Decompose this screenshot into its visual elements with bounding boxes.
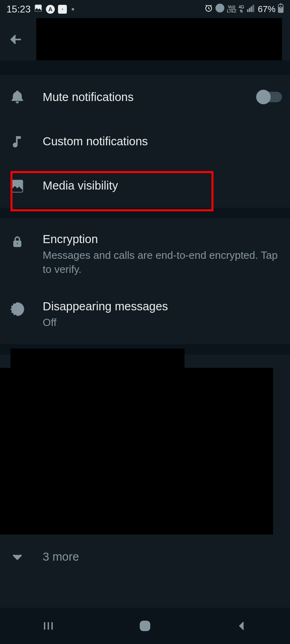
encryption-label: Encryption [43, 233, 282, 246]
chevron-down-icon [8, 547, 27, 566]
svg-rect-10 [280, 4, 282, 4]
svg-rect-6 [249, 8, 250, 12]
disappearing-row[interactable]: Disappearing messages Off [0, 288, 290, 344]
music-note-icon [8, 132, 27, 151]
back-button[interactable] [8, 31, 24, 47]
svg-rect-8 [253, 5, 254, 12]
svg-rect-7 [251, 6, 252, 12]
media-visibility-row[interactable]: Media visibility [0, 163, 290, 208]
clock: 15:23 [6, 4, 31, 15]
bell-icon [8, 88, 27, 106]
encryption-row[interactable]: Encryption Messages and calls are end-to… [0, 218, 290, 288]
more-row[interactable]: 3 more [0, 535, 290, 579]
signal-icon [246, 4, 255, 15]
disappearing-label: Disappearing messages [43, 300, 282, 313]
mute-toggle[interactable] [258, 92, 282, 102]
svg-rect-5 [247, 9, 249, 11]
picture-icon [34, 4, 43, 15]
svg-rect-15 [141, 621, 150, 631]
recents-button[interactable] [28, 616, 68, 636]
custom-label: Custom notifications [43, 135, 282, 148]
redacted-section-body [0, 368, 273, 535]
data-icon: 4G⇅ [239, 5, 244, 13]
app-icon-1: A [46, 5, 55, 14]
redacted-title [36, 18, 282, 60]
status-bar: 15:23 A · Vo))LTE2 4G⇅ 67% [0, 0, 290, 18]
more-label: 3 more [43, 550, 282, 564]
redacted-section-header [10, 349, 184, 368]
battery-text: 67% [258, 4, 276, 14]
lock-icon [8, 233, 27, 251]
mute-label: Mute notifications [43, 91, 242, 104]
home-button[interactable] [125, 616, 165, 636]
timer-icon [8, 300, 27, 318]
svg-point-14 [17, 243, 18, 244]
disappearing-sub: Off [43, 316, 282, 330]
media-label: Media visibility [43, 179, 282, 192]
hotspot-icon [215, 4, 224, 15]
image-icon [8, 176, 27, 195]
alarm-icon [204, 4, 213, 15]
app-header [0, 18, 290, 60]
volte-icon: Vo))LTE2 [227, 5, 236, 13]
app-icon-2: · [58, 5, 67, 14]
battery-icon [278, 3, 284, 15]
custom-notifications-row[interactable]: Custom notifications [0, 119, 290, 163]
nav-bar [0, 608, 290, 644]
encryption-sub: Messages and calls are end-to-end encryp… [43, 248, 282, 277]
svg-point-4 [216, 4, 224, 12]
nav-back-button[interactable] [222, 616, 262, 636]
mute-notifications-row[interactable]: Mute notifications [0, 75, 290, 119]
more-dot-icon [72, 8, 74, 10]
